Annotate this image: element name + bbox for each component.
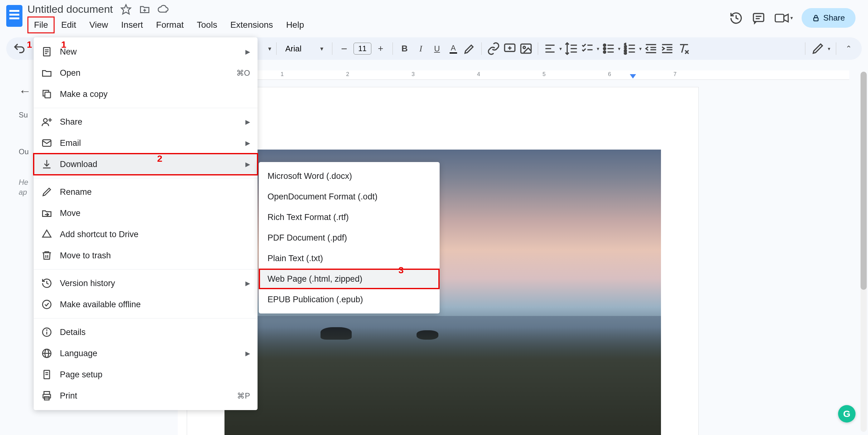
align-dropdown-arrow[interactable]: ▾ <box>559 46 562 52</box>
menu-item-make-copy[interactable]: Make a copy <box>34 83 257 105</box>
menu-item-new[interactable]: New ▶ <box>34 41 257 62</box>
menu-item-label: Email <box>60 138 81 148</box>
font-size-decrease[interactable]: − <box>337 42 351 56</box>
share-button[interactable]: Share <box>802 8 856 28</box>
svg-rect-6 <box>814 18 818 21</box>
svg-marker-54 <box>43 230 51 237</box>
menu-item-share[interactable]: Share ▶ <box>34 111 257 132</box>
annotation-3: 3 <box>399 265 404 275</box>
checklist-dropdown-arrow[interactable]: ▾ <box>597 46 599 52</box>
insert-comment-button[interactable] <box>503 42 517 56</box>
toolbar-separator <box>805 42 805 55</box>
collapse-toolbar-button[interactable]: ⌃ <box>842 42 856 56</box>
insert-link-button[interactable] <box>487 42 500 56</box>
summary-label: Su <box>0 111 34 119</box>
menu-view[interactable]: View <box>83 16 115 33</box>
toolbar-separator <box>538 42 538 55</box>
menu-insert[interactable]: Insert <box>115 16 150 33</box>
menu-edit[interactable]: Edit <box>55 16 83 33</box>
checklist-button[interactable] <box>581 42 594 56</box>
title-row: Untitled document <box>27 3 729 15</box>
insert-image-button[interactable] <box>519 42 533 56</box>
download-odt[interactable]: OpenDocument Format (.odt) <box>259 186 440 207</box>
menu-file[interactable]: File <box>27 16 55 33</box>
indent-end-marker[interactable] <box>630 74 636 78</box>
menu-item-version-history[interactable]: Version history ▶ <box>34 273 257 294</box>
outline-panel: ← Su Ou He ap <box>0 84 34 197</box>
svg-point-11 <box>523 46 525 48</box>
collapse-outline-icon[interactable]: ← <box>0 84 34 98</box>
menu-item-offline[interactable]: Make available offline <box>34 294 257 315</box>
download-pdf[interactable]: PDF Document (.pdf) <box>259 228 440 248</box>
italic-button[interactable]: I <box>414 42 428 56</box>
move-to-folder-icon[interactable] <box>139 4 150 15</box>
menu-item-open[interactable]: Open ⌘O <box>34 62 257 83</box>
ruler-tick: 3 <box>411 71 415 77</box>
history-icon[interactable] <box>729 11 743 25</box>
menu-item-add-shortcut[interactable]: Add shortcut to Drive <box>34 224 257 245</box>
svg-point-48 <box>44 119 48 123</box>
menu-item-details[interactable]: Details <box>34 322 257 343</box>
line-spacing-button[interactable] <box>564 42 578 56</box>
menu-help[interactable]: Help <box>280 16 311 33</box>
svg-point-58 <box>46 330 47 331</box>
grammarly-icon[interactable]: G <box>838 405 856 423</box>
font-size-increase[interactable]: + <box>374 42 388 56</box>
underline-button[interactable]: U <box>430 42 444 56</box>
toolbar-separator <box>393 42 393 55</box>
star-icon[interactable] <box>120 4 131 15</box>
download-docx[interactable]: Microsoft Word (.docx) <box>259 166 440 186</box>
menu-item-page-setup[interactable]: Page setup <box>34 364 257 385</box>
trash-icon <box>41 250 52 261</box>
numbered-list-button[interactable]: 123 <box>623 42 637 56</box>
document-title[interactable]: Untitled document <box>27 3 113 15</box>
download-epub[interactable]: EPUB Publication (.epub) <box>259 289 440 310</box>
menu-item-download[interactable]: Download ▶ <box>34 154 257 175</box>
download-submenu: Microsoft Word (.docx) OpenDocument Form… <box>259 162 440 313</box>
align-button[interactable] <box>543 42 557 56</box>
menu-tools[interactable]: Tools <box>190 16 223 33</box>
undo-button[interactable] <box>12 42 26 56</box>
menu-item-print[interactable]: Print ⌘P <box>34 385 257 406</box>
header: Untitled document File Edit View Insert … <box>0 0 868 37</box>
font-size-input[interactable]: 11 <box>353 43 371 55</box>
menu-item-rename[interactable]: Rename <box>34 181 257 203</box>
toolbar-separator <box>276 42 277 55</box>
menu-separator <box>34 269 257 270</box>
increase-indent-button[interactable] <box>660 42 674 56</box>
vertical-scrollbar[interactable] <box>861 72 867 432</box>
bullet-list-button[interactable] <box>602 42 616 56</box>
download-rtf[interactable]: Rich Text Format (.rtf) <box>259 207 440 228</box>
download-txt[interactable]: Plain Text (.txt) <box>259 248 440 269</box>
editing-mode-arrow[interactable]: ▾ <box>828 46 830 52</box>
cloud-status-icon[interactable] <box>158 4 169 15</box>
decrease-indent-button[interactable] <box>644 42 658 56</box>
meet-icon[interactable]: ▾ <box>774 11 793 25</box>
menu-item-move[interactable]: Move <box>34 203 257 224</box>
clear-formatting-button[interactable] <box>677 42 690 56</box>
numbered-dropdown-arrow[interactable]: ▾ <box>639 46 642 52</box>
menu-item-email[interactable]: Email ▶ <box>34 132 257 154</box>
menu-item-label: Add shortcut to Drive <box>60 230 138 239</box>
menu-extensions[interactable]: Extensions <box>224 16 280 33</box>
menu-item-language[interactable]: Language ▶ <box>34 343 257 364</box>
text-color-button[interactable]: A <box>446 42 460 56</box>
bullet-dropdown-arrow[interactable]: ▾ <box>618 46 620 52</box>
horizontal-ruler[interactable]: 1 2 3 4 5 6 7 <box>187 70 849 80</box>
font-family-select[interactable]: Arial ▾ <box>282 44 327 54</box>
bold-button[interactable]: B <box>398 42 411 56</box>
docs-logo-icon[interactable] <box>6 5 23 27</box>
comments-icon[interactable] <box>752 11 766 25</box>
file-menu-dropdown: New ▶ Open ⌘O Make a copy Share ▶ Email … <box>34 37 257 410</box>
print-icon <box>41 390 52 401</box>
menu-format[interactable]: Format <box>150 16 190 33</box>
copy-icon <box>41 89 52 100</box>
scrollbar-thumb[interactable] <box>861 72 867 290</box>
styles-dropdown-arrow[interactable]: ▾ <box>268 45 271 52</box>
menu-item-trash[interactable]: Move to trash <box>34 245 257 266</box>
menu-separator <box>34 108 257 108</box>
editing-mode-button[interactable] <box>811 42 825 56</box>
submenu-arrow-icon: ▶ <box>245 349 250 357</box>
highlight-button[interactable] <box>463 42 476 56</box>
download-html[interactable]: Web Page (.html, zipped) <box>259 269 440 289</box>
